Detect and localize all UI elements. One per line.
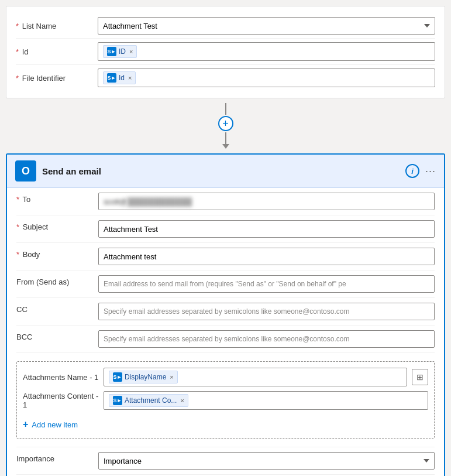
- attachments-row: Attachments Name - 1 S► DisplayName × ⊞ …: [16, 353, 435, 447]
- bcc-placeholder: Specify email addresses separated by sem…: [104, 335, 349, 343]
- importance-chevron-icon: [424, 459, 429, 463]
- bcc-row: BCC Specify email addresses separated by…: [16, 326, 435, 353]
- attachment-name-token-remove[interactable]: ×: [170, 374, 173, 381]
- attachment-content-token: S► Attachment Co... ×: [109, 394, 188, 407]
- from-row: From (Send as) Email address to send mai…: [16, 270, 435, 298]
- more-options-button[interactable]: ···: [425, 165, 436, 177]
- to-row: * To scott@ ████████████: [16, 188, 435, 215]
- outlook-icon: O: [15, 160, 36, 182]
- connector-bottom-line: [225, 132, 226, 144]
- importance-input[interactable]: Importance: [98, 452, 435, 470]
- subject-value: Attachment Test: [104, 225, 158, 234]
- attachment-name-row: Attachments Name - 1 S► DisplayName × ⊞: [23, 368, 428, 386]
- attachments-section: Attachments Name - 1 S► DisplayName × ⊞ …: [16, 361, 435, 439]
- list-name-row: * List Name Attachment Test: [16, 13, 435, 39]
- email-card-body: * To scott@ ████████████ * Subject Attac…: [7, 188, 444, 476]
- sp-icon-2: S►: [107, 73, 116, 83]
- cc-placeholder: Specify email addresses separated by sem…: [104, 307, 349, 316]
- id-row: * Id S► ID ×: [16, 39, 435, 65]
- info-button[interactable]: i: [405, 164, 419, 178]
- body-value: Attachment test: [104, 252, 156, 261]
- list-name-input[interactable]: Attachment Test: [98, 17, 435, 35]
- cc-label: CC: [16, 303, 98, 314]
- subject-label: * Subject: [16, 220, 98, 231]
- attachment-content-row: Attachments Content - 1 S► Attachment Co…: [23, 391, 428, 410]
- id-input[interactable]: S► ID ×: [98, 42, 435, 61]
- attachment-name-label: Attachments Name - 1: [23, 373, 99, 382]
- bcc-label: BCC: [16, 330, 98, 341]
- importance-row: Importance Importance: [16, 447, 435, 475]
- body-label: * Body: [16, 248, 98, 259]
- importance-label: Importance: [16, 452, 98, 463]
- subject-input[interactable]: Attachment Test: [98, 220, 435, 238]
- attachment-content-token-remove[interactable]: ×: [180, 397, 184, 404]
- attachment-name-token: S► DisplayName ×: [109, 371, 178, 383]
- header-icons: i ···: [405, 164, 436, 178]
- file-identifier-row: * File Identifier S► Id ×: [16, 65, 435, 91]
- body-row: * Body Attachment test: [16, 243, 435, 270]
- subject-row: * Subject Attachment Test: [16, 215, 435, 243]
- id-token: S► ID ×: [103, 45, 137, 58]
- file-identifier-label: * File Identifier: [16, 74, 98, 83]
- sp-icon-4: S►: [113, 396, 122, 405]
- cc-row: CC Specify email addresses separated by …: [16, 298, 435, 326]
- list-name-chevron-icon: [424, 24, 430, 28]
- id-label: * Id: [16, 47, 98, 56]
- sp-icon: S►: [107, 47, 116, 56]
- connector-top-line: [225, 103, 226, 115]
- email-card-header: O Send an email i ···: [7, 155, 444, 188]
- list-name-label: * List Name: [16, 22, 98, 30]
- file-identifier-token: S► Id ×: [103, 71, 136, 84]
- cc-input[interactable]: Specify email addresses separated by sem…: [98, 303, 435, 320]
- to-value: scott@: [104, 197, 128, 206]
- plus-icon: +: [23, 419, 28, 430]
- to-label: * To: [16, 193, 98, 204]
- add-step-button[interactable]: +: [218, 116, 233, 131]
- connector-line: +: [6, 98, 445, 153]
- sp-icon-3: S►: [113, 372, 122, 382]
- attachment-content-input[interactable]: S► Attachment Co... ×: [104, 391, 428, 410]
- from-placeholder: Email address to send mail from (require…: [104, 280, 346, 288]
- bcc-input[interactable]: Specify email addresses separated by sem…: [98, 330, 435, 348]
- top-card: * List Name Attachment Test * Id S► ID ×…: [6, 6, 445, 98]
- body-input[interactable]: Attachment test: [98, 248, 435, 265]
- file-identifier-input[interactable]: S► Id ×: [98, 69, 435, 87]
- add-new-item-button[interactable]: + Add new item: [23, 417, 78, 432]
- file-identifier-token-remove[interactable]: ×: [128, 74, 132, 81]
- from-input[interactable]: Email address to send mail from (require…: [98, 275, 435, 293]
- to-input[interactable]: scott@ ████████████: [98, 193, 435, 210]
- attachment-name-side-icon[interactable]: ⊞: [412, 369, 428, 385]
- email-card: O Send an email i ··· * To scott@ ██████…: [6, 153, 445, 476]
- attachment-name-input[interactable]: S► DisplayName ×: [104, 368, 407, 386]
- email-card-title: Send an email: [42, 166, 400, 176]
- arrow-down-icon: [222, 144, 229, 149]
- attachment-content-label: Attachments Content - 1: [23, 392, 99, 409]
- id-token-remove[interactable]: ×: [129, 48, 133, 55]
- from-label: From (Send as): [16, 275, 98, 286]
